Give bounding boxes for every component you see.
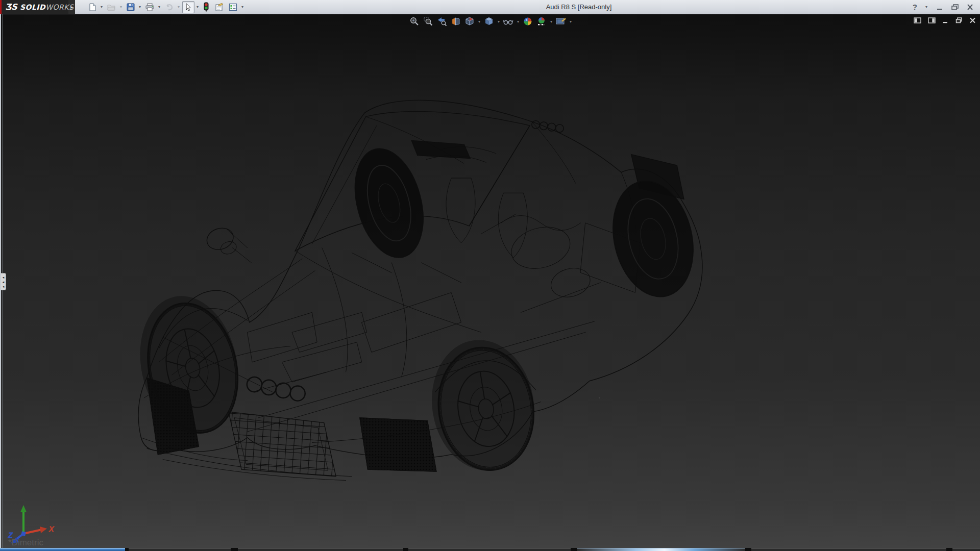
options-button[interactable] [227,1,239,13]
view-orientation-label: *Dimetric [8,538,43,548]
traffic-light-icon [203,2,210,12]
save-button[interactable] [125,1,137,13]
save-dropdown[interactable]: ▾ [138,5,142,9]
undo-dropdown: ▾ [177,5,181,9]
undo-button[interactable] [163,1,176,13]
triad-x-label: X [48,525,54,533]
open-dropdown: ▾ [119,5,124,9]
dassault-3s-icon: ƷS [5,2,17,12]
taskbar-button[interactable] [129,548,231,551]
new-document-icon [88,3,97,12]
application-titlebar: ƷS SOLIDWORKS ▸ ▾ ▾ [0,0,980,14]
file-properties-icon [214,3,224,12]
printer-icon [145,3,155,12]
cursor-arrow-icon [184,3,193,12]
undo-arrow-icon [164,3,174,12]
open-button[interactable] [105,1,118,13]
car-wireframe-model [1,14,980,548]
restore-icon [951,4,959,11]
graphics-area[interactable]: ▾ ▾ ▾ [0,14,980,548]
taskbar-button[interactable] [751,548,946,551]
taskbar-button[interactable] [577,548,745,551]
print-button[interactable] [143,1,156,13]
rebuild-button[interactable] [201,1,211,13]
taskbar-button[interactable] [952,548,980,551]
document-title: Audi R8 S [Read-only] [546,3,612,11]
help-button[interactable]: ? [913,3,917,11]
new-document-button[interactable] [86,1,99,13]
close-button[interactable] [966,4,974,11]
restore-button[interactable] [951,4,959,11]
taskbar-edge [0,548,980,551]
print-dropdown[interactable]: ▾ [157,5,162,9]
select-tool-button[interactable] [182,1,194,13]
file-properties-button[interactable] [212,1,226,13]
new-dropdown[interactable]: ▾ [100,5,104,9]
close-icon [966,4,974,11]
open-folder-icon [107,3,116,12]
logo-red-stripe [0,0,2,14]
options-dropdown[interactable]: ▾ [240,5,245,9]
save-floppy-icon [126,3,135,12]
taskbar-button[interactable] [408,548,571,551]
standard-toolbar: ▾ ▾ ▾ ▾ [75,0,245,14]
minimize-button[interactable] [936,4,944,11]
solidworks-logo: ƷS SOLIDWORKS [0,0,68,14]
help-dropdown[interactable]: ▾ [924,5,929,9]
select-dropdown[interactable]: ▾ [195,5,200,9]
taskbar-active-button[interactable] [0,548,125,551]
minimize-icon [936,4,944,11]
taskbar-button[interactable] [238,548,403,551]
options-checklist-icon [228,3,238,12]
